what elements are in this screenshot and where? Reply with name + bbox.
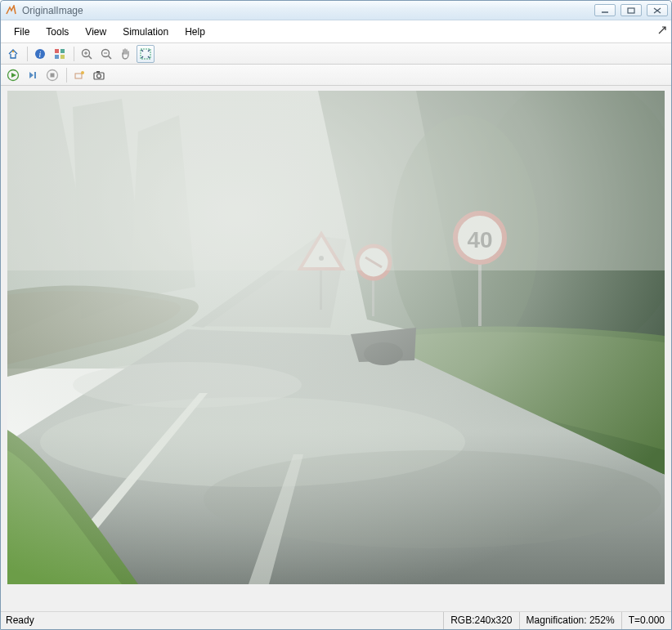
toolbar-1: i (1, 43, 671, 65)
status-ready: Ready (1, 612, 443, 629)
svg-rect-1 (628, 8, 634, 13)
svg-rect-8 (60, 49, 65, 53)
canvas-area: 40 (1, 86, 671, 611)
close-button[interactable] (647, 4, 668, 16)
svg-marker-21 (29, 72, 34, 78)
svg-line-16 (109, 56, 112, 59)
status-magnification: Magnification: 252% (519, 612, 621, 629)
svg-point-4 (12, 50, 14, 51)
menu-tools[interactable]: Tools (38, 23, 77, 41)
menu-view[interactable]: View (77, 23, 114, 41)
matlab-app-icon (4, 4, 17, 17)
svg-rect-24 (51, 73, 55, 77)
home-icon[interactable] (4, 45, 22, 63)
statusbar: Ready RGB:240x320 Magnification: 252% T=… (1, 611, 671, 629)
run-icon[interactable] (4, 66, 22, 84)
svg-rect-25 (75, 74, 82, 78)
toolbar-separator (74, 47, 74, 61)
window-title: OriginalImage (22, 5, 594, 16)
svg-line-12 (89, 56, 92, 59)
svg-point-26 (81, 71, 84, 74)
svg-rect-7 (55, 49, 59, 53)
app-window: OriginalImage File Tools View Simulation… (0, 0, 672, 630)
menubar: File Tools View Simulation Help (1, 20, 671, 43)
titlebar: OriginalImage (1, 1, 671, 20)
svg-point-28 (97, 74, 101, 78)
snapshot-icon[interactable] (90, 66, 108, 84)
image-display[interactable]: 40 (7, 91, 665, 584)
info-icon[interactable]: i (31, 45, 49, 63)
svg-rect-52 (7, 91, 665, 270)
zoom-out-icon[interactable] (97, 45, 115, 63)
svg-rect-29 (96, 71, 100, 73)
status-time: T=0.000 (621, 612, 671, 629)
svg-marker-20 (11, 73, 16, 78)
palette-icon[interactable] (51, 45, 69, 63)
status-rgb: RGB:240x320 (443, 612, 518, 629)
window-buttons (594, 4, 668, 16)
menu-file[interactable]: File (6, 23, 38, 41)
toolbar-separator (66, 68, 67, 83)
svg-rect-22 (34, 72, 36, 78)
menu-help[interactable]: Help (177, 23, 213, 41)
fit-to-view-icon[interactable] (137, 45, 155, 63)
svg-rect-9 (55, 55, 59, 59)
minimize-button[interactable] (594, 4, 616, 16)
highlight-icon[interactable] (70, 66, 88, 84)
svg-rect-10 (60, 55, 65, 59)
pan-icon[interactable] (117, 45, 135, 63)
dock-icon[interactable] (658, 25, 666, 37)
toolbar-2 (1, 65, 671, 86)
step-forward-icon[interactable] (24, 66, 42, 84)
stop-icon[interactable] (43, 66, 61, 84)
svg-text:i: i (39, 50, 42, 59)
menu-simulation[interactable]: Simulation (114, 23, 177, 41)
maximize-button[interactable] (620, 4, 642, 16)
toolbar-separator (27, 47, 28, 61)
zoom-in-icon[interactable] (78, 45, 96, 63)
